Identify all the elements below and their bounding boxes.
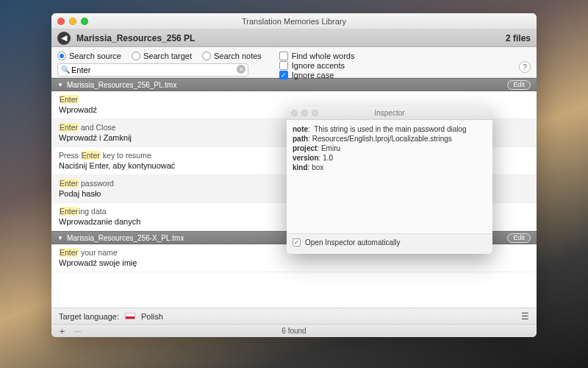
inspector-footer: Open Inspector automatically [287,233,492,251]
checkbox-icon [279,61,288,70]
highlight: Enter [59,95,79,104]
footer-language: Target language: Polish ☰ [51,308,537,324]
flag-icon [125,313,135,319]
radio-search-target[interactable]: Search target [132,52,192,60]
search-toolbar: Search source Search target Search notes… [51,47,537,78]
check-label: Ignore case [292,71,334,79]
insp-key: version [293,154,319,162]
edit-button[interactable]: Edit [507,80,531,90]
target-language-value[interactable]: Polish [141,312,163,321]
radio-dot-icon [132,52,140,60]
traffic-lights [291,110,318,116]
section-header[interactable]: ▼ Marissia_Resources_256_PL.tmx Edit [51,78,537,91]
check-whole-words[interactable]: Find whole words [279,52,355,60]
question-icon: ? [523,63,527,71]
minimize-icon[interactable] [69,18,76,25]
insp-val: 1.0 [323,154,333,162]
target-language-label: Target language: [59,312,119,321]
highlight: Enter [59,248,79,257]
section-title: Marissia_Resources_256-X_PL.tmx [67,234,184,242]
search-scope-radios: Search source Search target Search notes [57,52,262,60]
radio-label: Search target [143,52,192,60]
edit-button[interactable]: Edit [507,233,531,243]
radio-dot-icon [57,52,66,60]
check-label: Find whole words [292,52,355,60]
radio-dot-icon [202,52,211,60]
section-title: Marissia_Resources_256_PL.tmx [67,81,177,89]
settings-icon[interactable]: ☰ [521,311,529,322]
check-ignore-accents[interactable]: Ignore accents [279,61,355,70]
auto-open-label[interactable]: Open Inspector automatically [305,238,401,247]
insp-val: This string is used in the main password… [314,125,466,133]
chevron-left-icon: ◀ [61,33,67,43]
disclosure-triangle-icon: ▼ [57,82,63,88]
highlight: Enter [59,179,79,188]
checkbox-icon[interactable] [293,238,301,247]
highlight: Enter [59,207,79,216]
result-count: 6 found [51,327,537,335]
source-text: Enter [59,94,529,105]
header-bar: ◀ Marissia_Resources_256 PL 2 files [51,29,537,47]
traffic-lights [57,18,88,25]
search-icon: 🔍 [61,66,70,74]
remove-button[interactable]: — [74,327,82,335]
target-text: Wprowadź swoje imię [59,258,529,268]
radio-search-notes[interactable]: Search notes [202,52,262,60]
file-count: 2 files [506,33,531,43]
insp-val: Emiru [321,144,340,152]
checkbox-icon: ✓ [279,71,288,79]
search-field-wrap: 🔍 ✕ [57,63,248,77]
close-icon[interactable] [57,18,65,25]
insp-key: project [293,144,317,152]
clear-icon[interactable]: ✕ [237,65,245,74]
zoom-icon[interactable] [312,110,318,116]
insp-val: box [312,163,323,171]
inspector-body: note: This string is used in the main pa… [287,120,492,233]
add-button[interactable]: ＋ [57,325,67,338]
radio-label: Search source [69,52,121,60]
check-label: Ignore accents [292,61,345,70]
insp-key: kind [293,163,308,171]
check-ignore-case[interactable]: ✓ Ignore case [279,71,355,79]
insp-key: note [293,125,308,133]
disclosure-triangle-icon: ▼ [57,235,63,241]
zoom-icon[interactable] [81,18,88,25]
radio-search-source[interactable]: Search source [57,52,121,60]
back-button[interactable]: ◀ [57,32,71,45]
checkbox-icon [279,52,288,60]
highlight: Enter [59,123,79,132]
insp-key: path [293,135,308,143]
highlight: Enter [81,151,101,160]
page-title: Marissia_Resources_256 PL [76,33,195,43]
search-input[interactable] [57,63,248,77]
window-title: Translation Memories Library [51,17,537,26]
titlebar: Translation Memories Library [51,13,537,29]
minimize-icon[interactable] [301,110,308,116]
inspector-window: Inspector note: This string is used in t… [287,107,492,254]
radio-label: Search notes [214,52,262,60]
insp-val: Resources/English.lproj/Localizable.stri… [312,135,452,143]
inspector-titlebar[interactable]: Inspector [287,107,492,120]
search-options: Find whole words Ignore accents ✓ Ignore… [279,52,355,79]
help-button[interactable]: ? [519,61,531,73]
footer-status: ＋ — 6 found [51,324,537,337]
close-icon[interactable] [291,110,298,116]
empty-area [51,272,537,308]
